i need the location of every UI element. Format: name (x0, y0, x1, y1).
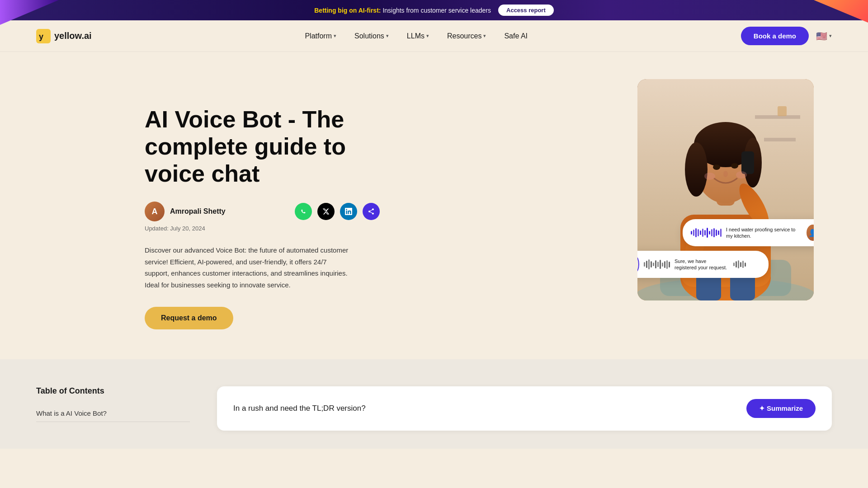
hero-right: I need water proofing service to my kitc… (637, 79, 832, 300)
nav-link-llms[interactable]: LLMs ▾ (400, 28, 436, 44)
toc-section: Table of Contents What is a AI Voice Bot… (36, 386, 190, 422)
toc-item[interactable]: What is a AI Voice Bot? (36, 405, 190, 422)
tldr-text: In a rush and need the TL;DR version? (233, 404, 366, 413)
nav-link-safe-ai[interactable]: Safe AI (497, 28, 535, 44)
flag-icon: 🇺🇸 (816, 31, 827, 42)
hero-title: AI Voice Bot - The complete guide to voi… (145, 106, 380, 187)
logo-icon: y (36, 29, 51, 43)
bot-chat-bubble: y Sure, we have registered your request. (637, 251, 769, 278)
access-report-button[interactable]: Access report (498, 5, 554, 16)
author-name: Amropali Shetty (170, 207, 226, 216)
nav-link-resources[interactable]: Resources ▾ (440, 28, 493, 44)
svg-point-15 (713, 164, 720, 170)
svg-rect-6 (764, 138, 796, 141)
platform-chevron-icon: ▾ (334, 33, 336, 39)
llms-chevron-icon: ▾ (426, 33, 429, 39)
svg-point-16 (731, 163, 738, 169)
svg-point-17 (723, 171, 728, 177)
request-demo-button[interactable]: Request a demo (145, 307, 233, 329)
social-icons (295, 203, 380, 220)
svg-rect-7 (778, 106, 787, 116)
logo-text: yellow.ai (54, 31, 92, 41)
resources-chevron-icon: ▾ (483, 33, 486, 39)
nav-item-resources[interactable]: Resources ▾ (440, 28, 493, 44)
linkedin-icon[interactable] (340, 203, 357, 220)
svg-point-24 (736, 171, 747, 178)
navbar: y yellow.ai Platform ▾ Solutions ▾ LLMs … (0, 20, 868, 52)
nav-item-platform[interactable]: Platform ▾ (297, 28, 344, 44)
svg-text:y: y (39, 32, 43, 41)
user-avatar-small: 👤 (807, 225, 814, 241)
hero-description: Discover our advanced Voice Bot: the fut… (145, 244, 353, 291)
share-icon[interactable] (363, 203, 380, 220)
author-row: A Amropali Shetty (145, 202, 380, 221)
logo-area[interactable]: y yellow.ai (36, 29, 92, 43)
book-demo-button[interactable]: Book a demo (741, 27, 809, 45)
announcement-body: Insights from customer service leaders (382, 7, 491, 14)
language-selector[interactable]: 🇺🇸 ▾ (816, 31, 832, 42)
bot-chat-text: Sure, we have registered your request. (675, 258, 729, 271)
tldr-section: In a rush and need the TL;DR version? ✦ … (217, 386, 832, 431)
announcement-bar: Betting big on AI-first: Insights from c… (0, 0, 868, 20)
bot-waveform-right (733, 260, 760, 268)
nav-link-platform[interactable]: Platform ▾ (297, 28, 344, 44)
announcement-text: Betting big on AI-first: Insights from c… (314, 7, 491, 14)
whatsapp-icon[interactable] (295, 203, 312, 220)
user-chat-text: I need water proofing service to my kitc… (726, 226, 802, 239)
updated-date: Updated: July 20, 2024 (145, 225, 380, 232)
nav-links: Platform ▾ Solutions ▾ LLMs ▾ Resources … (297, 28, 535, 44)
user-waveform (691, 228, 722, 238)
svg-point-13 (685, 142, 708, 197)
nav-item-solutions[interactable]: Solutions ▾ (347, 28, 396, 44)
hero-image: I need water proofing service to my kitc… (637, 79, 814, 300)
lang-chevron-icon: ▾ (829, 33, 832, 39)
bottom-section: Table of Contents What is a AI Voice Bot… (0, 359, 868, 449)
hero-left: AI Voice Bot - The complete guide to voi… (145, 79, 380, 329)
svg-rect-18 (741, 151, 754, 174)
user-chat-bubble: I need water proofing service to my kitc… (683, 219, 814, 246)
nav-right: Book a demo 🇺🇸 ▾ (741, 27, 832, 45)
svg-point-23 (704, 173, 715, 180)
hero-section: AI Voice Bot - The complete guide to voi… (0, 52, 868, 359)
bot-waveform (644, 259, 670, 269)
svg-rect-5 (755, 115, 800, 119)
announcement-highlight: Betting big on AI-first: (314, 7, 381, 14)
summarize-button[interactable]: ✦ Summarize (746, 399, 816, 418)
nav-item-llms[interactable]: LLMs ▾ (400, 28, 436, 44)
nav-item-safe-ai[interactable]: Safe AI (497, 28, 535, 44)
nav-link-solutions[interactable]: Solutions ▾ (347, 28, 396, 44)
bot-avatar-small: y (637, 256, 639, 272)
twitter-icon[interactable] (317, 203, 335, 220)
toc-title: Table of Contents (36, 386, 190, 396)
author-avatar: A (145, 202, 165, 221)
solutions-chevron-icon: ▾ (386, 33, 389, 39)
